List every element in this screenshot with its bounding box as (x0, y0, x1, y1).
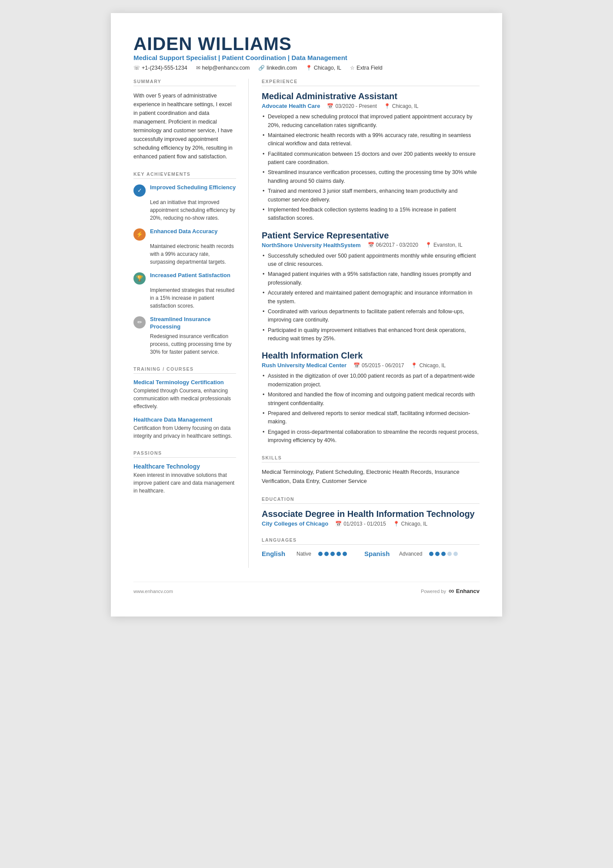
pin-icon-2: 📍 (411, 362, 417, 369)
education-section: EDUCATION Associate Degree in Health Inf… (262, 496, 480, 527)
candidate-tagline: Medical Support Specialist | Patient Coo… (133, 54, 480, 61)
phone-icon: ☏ (133, 65, 140, 71)
calendar-icon-edu: 📅 (335, 521, 342, 527)
contact-phone: ☏ +1-(234)-555-1234 (133, 65, 187, 71)
calendar-icon-1: 📅 (368, 242, 374, 248)
edu-meta-0: City Colleges of Chicago 📅 01/2013 - 01/… (262, 520, 480, 527)
skills-text: Medical Terminology, Patient Scheduling,… (262, 468, 480, 486)
edu-title-0: Associate Degree in Health Information T… (262, 509, 480, 519)
job-title-2: Health Information Clerk (262, 351, 480, 361)
bullet-0-4: Trained and mentored 3 junior staff memb… (262, 187, 480, 204)
dot-0-3 (336, 552, 341, 556)
enhancv-icon: ∞ (449, 586, 454, 596)
lang-dots-0 (318, 552, 347, 556)
passions-section: PASSIONS Healthcare Technology Keen inte… (133, 450, 236, 495)
star-icon: ☆ (350, 65, 355, 71)
edu-dates-0: 📅 01/2013 - 01/2015 (335, 521, 386, 527)
contact-location: 📍 Chicago, IL (306, 65, 341, 71)
bullet-0-3: Streamlined insurance verification proce… (262, 168, 480, 185)
lang-level-0: Native (297, 551, 311, 557)
location-icon: 📍 (306, 65, 312, 71)
achievement-item-2: 🏆 Increased Patient Satisfaction Impleme… (133, 272, 236, 310)
dot-1-3 (447, 552, 452, 556)
job-1: Patient Service Representative NorthShor… (262, 231, 480, 343)
education-label: EDUCATION (262, 496, 480, 504)
bullet-0-2: Facilitated communication between 15 doc… (262, 150, 480, 167)
job-bullets-0: Developed a new scheduling protocol that… (262, 113, 480, 223)
job-2: Health Information Clerk Rush University… (262, 351, 480, 445)
left-column: SUMMARY With over 5 years of administrat… (133, 79, 249, 568)
achievement-icon-2: 🏆 (133, 272, 146, 285)
bullet-1-0: Successfully scheduled over 500 patient … (262, 252, 480, 269)
contact-row: ☏ +1-(234)-555-1234 ✉ help@enhancv.com 🔗… (133, 65, 480, 71)
bullet-0-5: Implemented feedback collection systems … (262, 206, 480, 223)
calendar-icon-0: 📅 (327, 103, 333, 109)
edu-item-0: Associate Degree in Health Information T… (262, 509, 480, 527)
job-location-2: 📍 Chicago, IL (411, 362, 446, 369)
job-meta-1: NorthShore University HealthSystem 📅 06/… (262, 242, 480, 248)
bullet-2-1: Monitored and handled the flow of incomi… (262, 391, 480, 408)
job-dates-2: 📅 05/2015 - 06/2017 (353, 362, 404, 369)
achievement-item-1: ⚡ Enhanced Data Accuracy Maintained elec… (133, 228, 236, 266)
bullet-2-2: Prepared and delivered reports to senior… (262, 409, 480, 426)
bullet-1-2: Accurately entered and maintained patien… (262, 289, 480, 306)
edu-location-0: 📍 Chicago, IL (393, 521, 428, 527)
bullet-0-1: Maintained electronic health records wit… (262, 131, 480, 148)
languages-section: LANGUAGES English Native (262, 537, 480, 557)
course-item-1: Healthcare Data Management Certification… (133, 416, 236, 440)
achievement-item-3: ✏ Streamlined Insurance Processing Redes… (133, 316, 236, 356)
summary-text: With over 5 years of administrative expe… (133, 91, 236, 161)
skills-label: SKILLS (262, 455, 480, 462)
contact-extra: ☆ Extra Field (350, 65, 383, 71)
job-title-1: Patient Service Representative (262, 231, 480, 241)
bullet-1-3: Coordinated with various departments to … (262, 308, 480, 325)
summary-label: SUMMARY (133, 79, 236, 86)
bullet-2-0: Assisted in the digitization of over 10,… (262, 372, 480, 389)
achievements-label: KEY ACHIEVEMENTS (133, 171, 236, 179)
pin-icon-edu: 📍 (393, 521, 400, 527)
course-desc-0: Completed through Coursera, enhancing co… (133, 387, 236, 410)
dot-1-0 (429, 552, 433, 556)
passion-title-0: Healthcare Technology (133, 463, 236, 470)
dot-1-4 (453, 552, 458, 556)
right-column: EXPERIENCE Medical Administrative Assist… (249, 79, 480, 568)
job-dates-0: 📅 03/2020 - Present (327, 103, 376, 109)
languages-row: English Native Spanish Advance (262, 550, 480, 557)
achievement-title-1: Enhanced Data Accuracy (150, 228, 218, 235)
job-meta-2: Rush University Medical Center 📅 05/2015… (262, 362, 480, 369)
lang-level-1: Advanced (399, 551, 422, 557)
achievement-desc-0: Led an initiative that improved appointm… (133, 198, 236, 222)
bullet-1-4: Participated in quality improvement init… (262, 326, 480, 343)
summary-section: SUMMARY With over 5 years of administrat… (133, 79, 236, 161)
training-section: TRAINING / COURSES Medical Terminology C… (133, 366, 236, 440)
achievement-title-2: Increased Patient Satisfaction (150, 272, 230, 279)
dot-1-2 (441, 552, 446, 556)
lang-dots-1 (429, 552, 458, 556)
email-icon: ✉ (196, 65, 200, 71)
achievement-header-0: ✓ Improved Scheduling Efficiency (133, 184, 236, 197)
achievement-item-0: ✓ Improved Scheduling Efficiency Led an … (133, 184, 236, 222)
job-title-0: Medical Administrative Assistant (262, 91, 480, 101)
dot-0-1 (324, 552, 329, 556)
calendar-icon-2: 📅 (353, 362, 360, 369)
candidate-name: AIDEN WILLIAMS (133, 34, 480, 54)
languages-label: LANGUAGES (262, 537, 480, 545)
footer-url: www.enhancv.com (133, 589, 173, 594)
achievement-header-2: 🏆 Increased Patient Satisfaction (133, 272, 236, 285)
footer: www.enhancv.com Powered by ∞ Enhancv (133, 582, 480, 596)
job-location-1: 📍 Evanston, IL (425, 242, 463, 248)
achievement-desc-2: Implemented strategies that resulted in … (133, 286, 236, 310)
achievement-header-3: ✏ Streamlined Insurance Processing (133, 316, 236, 331)
experience-label: EXPERIENCE (262, 79, 480, 86)
job-location-0: 📍 Chicago, IL (384, 103, 419, 109)
job-company-2: Rush University Medical Center (262, 362, 346, 369)
main-layout: SUMMARY With over 5 years of administrat… (133, 79, 480, 568)
achievement-icon-3: ✏ (133, 316, 146, 328)
achievement-desc-3: Redesigned insurance verification proces… (133, 332, 236, 356)
edu-school-0: City Colleges of Chicago (262, 520, 328, 527)
dot-1-1 (435, 552, 440, 556)
lang-name-0: English (262, 550, 292, 557)
linkedin-icon: 🔗 (258, 65, 265, 71)
dot-0-4 (343, 552, 347, 556)
pin-icon-0: 📍 (384, 103, 390, 109)
